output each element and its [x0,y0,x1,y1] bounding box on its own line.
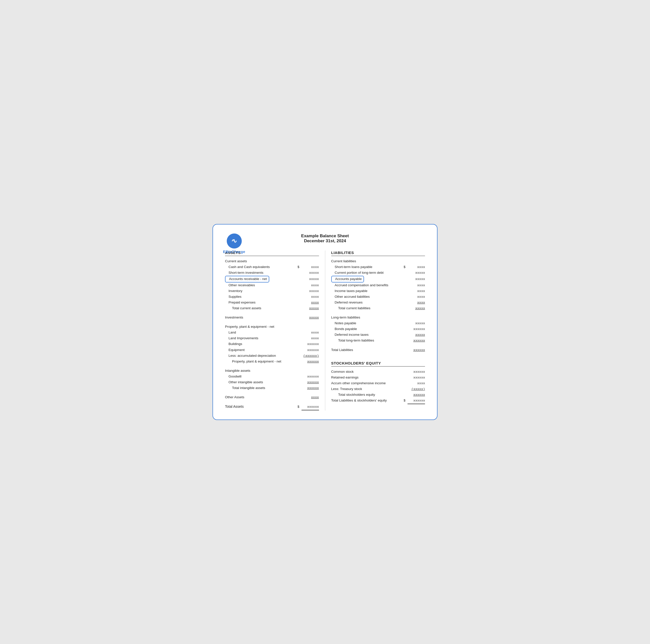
other-intangible-assets-row: Other intangible assets xxxxxx [225,380,319,385]
table-row: Current portion of long-term debt xxxxx [331,270,425,276]
table-row: Buildings xxxxxx [225,341,319,347]
table-row: Supplies xxxx [225,294,319,300]
liabilities-equity-column: LIABILITIES Current liabilities Short-te… [325,250,427,411]
table-row: Bonds payable xxxxxx [331,326,425,332]
longterm-liabilities-label: Long-term liabilities [331,315,425,321]
logo-area: EBizCharge [223,234,245,254]
investments-row: Investments xxxxx [225,315,319,321]
title-line2: December 31st, 2024 [301,239,349,244]
intangibles-label-row: Intangible assets [225,368,319,374]
accounts-receivable-row: Accounts receivable - net xxxxx [225,276,319,283]
other-assets-row: Other Assets xxxx [225,394,319,400]
total-liabilities-equity-row: Total Liabilities & stockholders' equity… [331,398,425,404]
table-row: Income taxes payable xxxx [331,288,425,294]
current-liabilities-label: Current liabilities [331,258,425,264]
other-accrued-liabilities-row: Other accrued liabilities xxxx [331,294,425,300]
table-row: Deferred revenues xxxx [331,300,425,306]
table-row: Notes payable xxxxx [331,321,425,326]
total-intangibles-row: Total intangible assets xxxxxx [225,385,319,391]
liabilities-heading: LIABILITIES [331,250,425,256]
total-liabilities-row: Total Liabilities xxxxxx [331,347,425,353]
balance-sheet-card: EBizCharge Example Balance Sheet Decembe… [213,224,437,420]
table-row: Prepaid expenses xxxx [225,300,319,306]
deferred-income-taxes-row: Deferred income taxes xxxxx [331,332,425,338]
table-row: Accum other comprehensive income xxxx [331,381,425,386]
total-longterm-liabilities-row: Total long-term liabilities xxxxxx [331,338,425,344]
title-line1: Example Balance Sheet [301,234,349,239]
equity-heading: STOCKHOLDERS' EQUITY [331,361,425,366]
logo-text: EBizCharge [223,250,245,254]
ppe-net-row: Property, plant & equipment - net xxxxxx [225,359,319,364]
total-current-assets-row: Total current assets xxxxx [225,306,319,311]
ppe-label-row: Property, plant & equipment - net [225,324,319,330]
table-row: Land xxxx [225,330,319,335]
main-columns: ASSETS Current assets Cash and Cash equi… [223,250,427,411]
total-current-liabilities-row: Total current liabilities xxxxx [331,306,425,311]
page-header: Example Balance Sheet December 31st, 202… [223,234,427,244]
accounts-payable-row: Accounts payable xxxxx [331,276,425,283]
table-row: Goodwill xxxxxx [225,374,319,380]
assets-column: ASSETS Current assets Cash and Cash equi… [223,250,325,411]
table-row: Less: accumulated depreciation (xxxxxx) [225,353,319,359]
total-stockholders-equity-row: Total stockholders equity xxxxxx [331,392,425,398]
table-row: Equipment xxxxxx [225,347,319,353]
logo-icon [227,234,242,249]
table-row: Land Improvements xxxx [225,335,319,341]
table-row: Short-term loans payable $ xxxx [331,264,425,270]
table-row: Less: Treasury stock (xxxxx) [331,386,425,392]
retained-earnings-row: Retained earnings xxxxxx [331,375,425,381]
table-row: Inventory xxxxx [225,288,319,294]
current-assets-label: Current assets [225,258,319,264]
table-row: Other receivables xxxx [225,283,319,288]
table-row: Cash and Cash equivalents $ xxxx [225,264,319,270]
table-row: Short-term investments xxxxx [225,270,319,276]
table-row: Accrued compensation and benefits xxxx [331,283,425,288]
total-assets-row: Total Assets $ xxxxxx [225,404,319,410]
table-row: Common stock xxxxxx [331,369,425,375]
